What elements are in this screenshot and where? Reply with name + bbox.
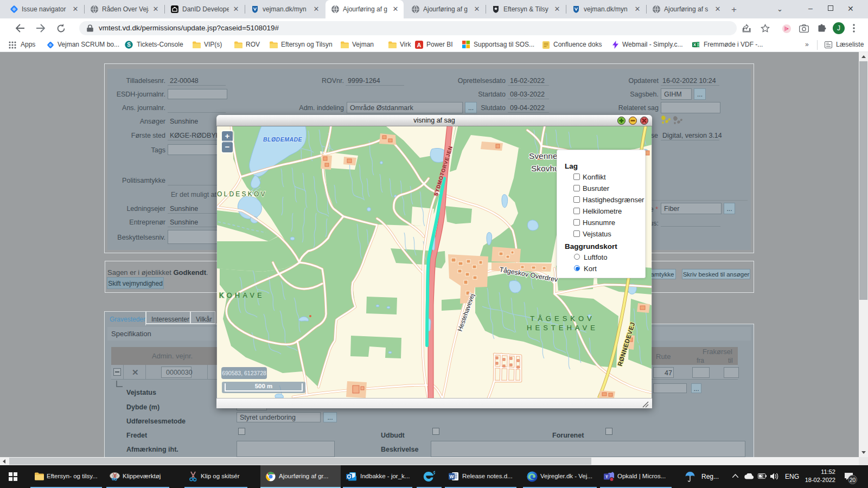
svg-text:TÅGESKOV: TÅGESKOV — [530, 314, 595, 323]
svg-text:HESTEHAVE: HESTEHAVE — [527, 324, 598, 332]
svg-text:T: T — [605, 474, 608, 479]
svg-text:X: X — [693, 42, 696, 47]
svg-text:S: S — [127, 42, 131, 48]
svg-text:W: W — [449, 474, 454, 479]
svg-text:BLØDEMADE: BLØDEMADE — [263, 136, 303, 143]
svg-text:OLDESKOV: OLDESKOV — [217, 190, 267, 198]
svg-text:KOHAVE: KOHAVE — [219, 292, 265, 299]
svg-text:A: A — [417, 42, 422, 48]
